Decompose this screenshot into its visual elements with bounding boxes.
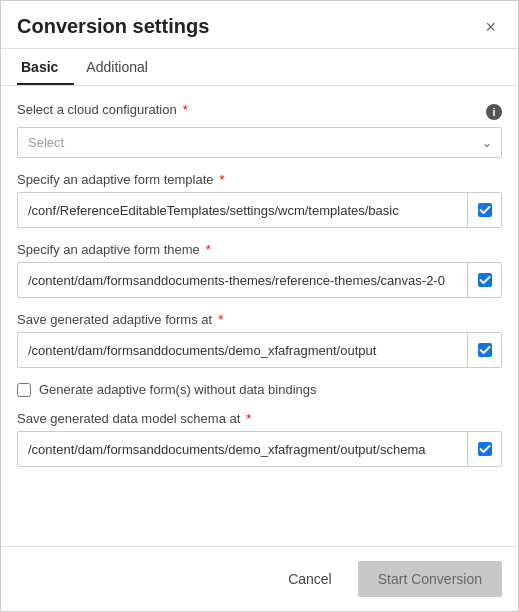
dialog-footer: Cancel Start Conversion xyxy=(1,546,518,611)
start-conversion-button[interactable]: Start Conversion xyxy=(358,561,502,597)
save-forms-label: Save generated adaptive forms at * xyxy=(17,312,502,327)
info-icon[interactable]: i xyxy=(486,104,502,120)
form-theme-field: Specify an adaptive form theme * xyxy=(17,242,502,298)
cloud-config-field: Select a cloud configuration * i Select … xyxy=(17,102,502,158)
close-button[interactable]: × xyxy=(479,16,502,38)
check-icon xyxy=(477,342,493,358)
tabs-container: Basic Additional xyxy=(1,49,518,86)
data-bindings-label: Generate adaptive form(s) without data b… xyxy=(39,382,317,397)
save-schema-check-button[interactable] xyxy=(467,432,501,466)
save-schema-field: Save generated data model schema at * xyxy=(17,411,502,467)
form-template-input-group xyxy=(17,192,502,228)
tab-basic[interactable]: Basic xyxy=(17,49,74,85)
form-theme-input[interactable] xyxy=(18,266,467,295)
check-icon xyxy=(477,272,493,288)
form-theme-input-group xyxy=(17,262,502,298)
save-schema-input[interactable] xyxy=(18,435,467,464)
dialog-title: Conversion settings xyxy=(17,15,209,38)
form-theme-label: Specify an adaptive form theme * xyxy=(17,242,502,257)
form-template-label: Specify an adaptive form template * xyxy=(17,172,502,187)
check-icon xyxy=(477,441,493,457)
data-bindings-row: Generate adaptive form(s) without data b… xyxy=(17,382,502,397)
cancel-button[interactable]: Cancel xyxy=(274,563,346,595)
data-bindings-checkbox[interactable] xyxy=(17,383,31,397)
save-forms-field: Save generated adaptive forms at * xyxy=(17,312,502,368)
save-forms-input[interactable] xyxy=(18,336,467,365)
cloud-config-select-wrapper: Select ⌄ xyxy=(17,127,502,158)
save-forms-check-button[interactable] xyxy=(467,333,501,367)
form-template-input[interactable] xyxy=(18,196,467,225)
save-schema-input-group xyxy=(17,431,502,467)
cloud-config-label: Select a cloud configuration * xyxy=(17,102,188,117)
tab-additional[interactable]: Additional xyxy=(82,49,164,85)
form-template-check-button[interactable] xyxy=(467,193,501,227)
form-theme-check-button[interactable] xyxy=(467,263,501,297)
check-icon xyxy=(477,202,493,218)
dialog-body: Select a cloud configuration * i Select … xyxy=(1,86,518,546)
save-forms-input-group xyxy=(17,332,502,368)
conversion-settings-dialog: Conversion settings × Basic Additional S… xyxy=(0,0,519,612)
cloud-config-select[interactable]: Select xyxy=(17,127,502,158)
form-template-field: Specify an adaptive form template * xyxy=(17,172,502,228)
dialog-header: Conversion settings × xyxy=(1,1,518,49)
cloud-config-label-row: Select a cloud configuration * i xyxy=(17,102,502,122)
save-schema-label: Save generated data model schema at * xyxy=(17,411,502,426)
